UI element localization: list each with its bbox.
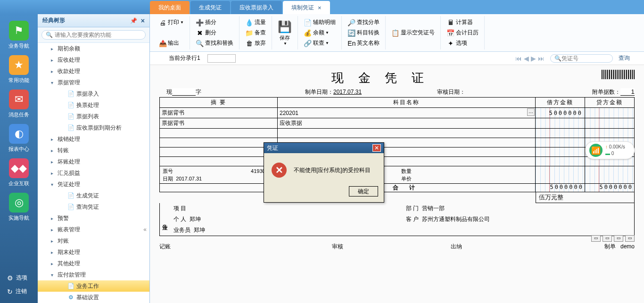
mini-btn-4[interactable]: ▭ — [625, 235, 635, 242]
dialog-ok-button[interactable]: 确定 — [349, 186, 378, 197]
tree-item[interactable]: ▾票据管理 — [38, 77, 149, 88]
export-button[interactable]: 📤输出 — [157, 38, 186, 49]
tree-item[interactable]: ▸收款处理 — [38, 66, 149, 77]
collapse-icon[interactable]: « — [143, 226, 147, 233]
debit-cell[interactable] — [536, 147, 585, 157]
ribbon-option-button[interactable]: ✦选项 — [445, 38, 480, 49]
network-widget[interactable]: 📶 ↕ 0.00K/s ▬ 0 — [585, 141, 635, 159]
tree-item[interactable]: 📄生成凭证 — [38, 190, 149, 201]
find-replace-button[interactable]: 🔍查找和替换 — [194, 38, 235, 49]
sidebar-logout[interactable]: ↻注销 — [0, 285, 38, 298]
pin-icon[interactable]: 📌 — [130, 17, 137, 24]
last-page-button[interactable]: ⏭ — [538, 55, 545, 62]
voucher-type-input[interactable] — [172, 88, 196, 96]
voucher-row[interactable] — [160, 138, 635, 147]
summary-cell[interactable] — [160, 147, 278, 157]
sidebar-options[interactable]: ⚙选项 — [0, 271, 38, 285]
tree-item[interactable]: 📄票据列表 — [38, 111, 149, 122]
tab[interactable]: 应收票据录入 — [231, 1, 282, 14]
mini-btn-2[interactable]: ▭ — [603, 235, 612, 242]
tree-item[interactable]: 📄票据录入 — [38, 88, 149, 99]
query-link[interactable]: 查询 — [619, 54, 630, 62]
link-button[interactable]: 🔗联查▼ — [302, 38, 338, 49]
tab[interactable]: 我的桌面 — [150, 1, 190, 14]
summary-cell[interactable] — [160, 129, 278, 138]
sidebar-enterprise[interactable]: ◆◆企业互联 — [5, 156, 33, 188]
voucher-row[interactable] — [160, 157, 635, 166]
debit-cell[interactable] — [536, 157, 585, 166]
dialog-title-bar[interactable]: 凭证 ✕ — [264, 143, 384, 153]
line-input[interactable] — [207, 54, 236, 63]
debit-cell[interactable] — [536, 138, 585, 147]
sidebar-common[interactable]: ★常用功能 — [5, 53, 33, 85]
debit-cell[interactable]: 5000000 — [536, 108, 585, 118]
credit-cell[interactable] — [585, 129, 635, 138]
sidebar-biz-nav[interactable]: ⚑业务导航 — [5, 19, 33, 51]
backup-button[interactable]: 📁备查 — [243, 28, 268, 38]
subject-cell[interactable]: 应收票据 — [278, 118, 536, 129]
tab[interactable]: 填制凭证× — [283, 1, 330, 14]
discard-button[interactable]: 🗑放弃 — [243, 38, 268, 49]
tree-item[interactable]: 📄换票处理 — [38, 99, 149, 111]
subject-cell[interactable]: 220201… — [278, 108, 536, 118]
tree-item[interactable]: ⚙基础设置 — [38, 292, 149, 303]
lookup-button[interactable]: … — [527, 108, 535, 116]
summary-cell[interactable]: 票据背书 — [160, 118, 278, 129]
flow-button[interactable]: 💧流量 — [243, 17, 268, 28]
voucher-no-input[interactable] — [561, 55, 609, 62]
summary-cell[interactable]: 票据背书 — [160, 108, 278, 118]
voucher-row[interactable]: 票据背书220201…5000000 — [160, 108, 635, 118]
tree-item[interactable]: ▸期末处理 — [38, 246, 149, 258]
balance-button[interactable]: 💰余额▼ — [302, 28, 338, 38]
show-empty-button[interactable]: 📋显示空凭证号 — [389, 28, 437, 38]
tree-item[interactable]: 📄查询凭证 — [38, 201, 149, 213]
tree-item[interactable]: 📄应收票据到期分析 — [38, 122, 149, 133]
tree-item[interactable]: ▸汇兑损益 — [38, 167, 149, 179]
summary-cell[interactable] — [160, 157, 278, 166]
credit-cell[interactable] — [585, 108, 635, 118]
voucher-row[interactable] — [160, 129, 635, 138]
credit-cell[interactable] — [585, 118, 635, 129]
tree-item[interactable]: ▾凭证处理 — [38, 179, 149, 190]
tree-item[interactable]: ▸转账 — [38, 145, 149, 156]
tree-item[interactable]: ▸对账 — [38, 235, 149, 246]
tree-item[interactable]: 📄业务工作 — [38, 280, 149, 292]
tree-search-input[interactable] — [55, 32, 141, 38]
sidebar-report[interactable]: ◐报表中心 — [5, 122, 33, 154]
tree-item[interactable]: ▸预警 — [38, 213, 149, 224]
print-button[interactable]: 🖨打印▼ — [157, 17, 186, 28]
voucher-row[interactable] — [160, 147, 635, 157]
close-icon[interactable]: × — [141, 17, 145, 25]
aux-detail-button[interactable]: 📄辅助明细 — [302, 17, 338, 28]
sidebar-msg[interactable]: ✉消息任务 — [5, 88, 33, 120]
voucher-no-search[interactable]: 🔍 — [550, 54, 613, 63]
debit-cell[interactable] — [536, 129, 585, 138]
tree-item[interactable]: ▸账表管理« — [38, 224, 149, 235]
debit-cell[interactable] — [536, 118, 585, 129]
tree-item[interactable]: ▸其他处理 — [38, 258, 149, 269]
mini-btn-3[interactable]: ▭ — [614, 235, 623, 242]
save-button[interactable]: 💾保存▼ — [276, 19, 294, 47]
prev-page-button[interactable]: ◀ — [524, 55, 529, 62]
insert-split-button[interactable]: ➕插分 — [194, 17, 235, 28]
tree-item[interactable]: ▾应付款管理 — [38, 269, 149, 280]
tree-item[interactable]: ▸期初余额 — [38, 43, 149, 54]
attach-count-input[interactable] — [620, 88, 635, 96]
subject-trans-button[interactable]: 🔄科目转换 — [346, 28, 381, 38]
tree-search-box[interactable]: 🔍 — [41, 30, 146, 40]
tab-close-icon[interactable]: × — [318, 4, 322, 11]
dialog-close-button[interactable]: ✕ — [372, 144, 381, 152]
voucher-row[interactable]: 票据背书应收票据 — [160, 118, 635, 129]
mini-btn-1[interactable]: ▭ — [591, 235, 601, 242]
voucher-date[interactable]: 2017.07.31 — [333, 89, 362, 95]
tree-item[interactable]: ▸应收处理 — [38, 54, 149, 66]
tree-item[interactable]: ▸坏账处理 — [38, 156, 149, 167]
eng-name-button[interactable]: En英文名称 — [346, 38, 381, 49]
tree-item[interactable]: ▸核销处理 — [38, 133, 149, 145]
summary-cell[interactable] — [160, 138, 278, 147]
subject-cell[interactable] — [278, 129, 536, 138]
find-split-button[interactable]: 🔎查找分单 — [346, 17, 381, 28]
delete-split-button[interactable]: ✖删分 — [194, 28, 235, 38]
next-page-button[interactable]: ▶ — [531, 55, 536, 62]
sidebar-impl[interactable]: ◎实施导航 — [5, 191, 33, 223]
